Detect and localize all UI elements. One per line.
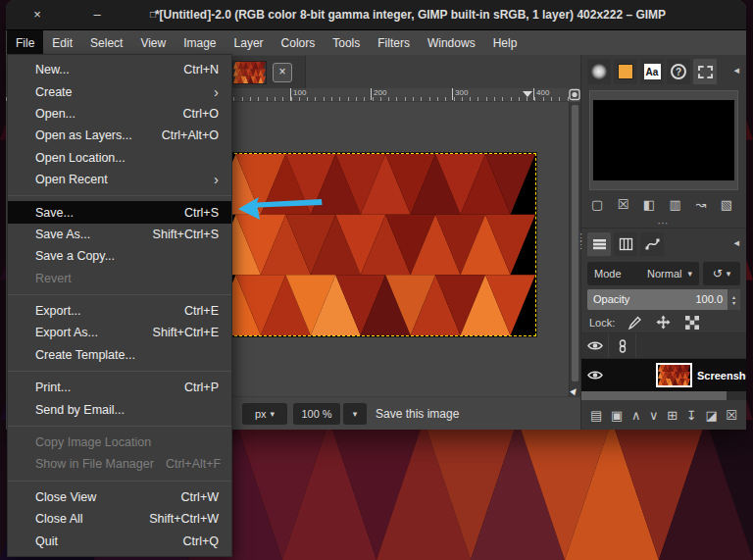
new-layer-button[interactable]: ▤ xyxy=(590,408,602,423)
menu-item-open-recent[interactable]: Open Recent› xyxy=(8,169,231,190)
menu-item-label: Show in File Manager xyxy=(35,457,154,471)
menubar-item-edit[interactable]: Edit xyxy=(43,30,81,55)
menu-item-shortcut: Ctrl+Alt+F xyxy=(166,457,221,471)
statusbar-message: Save this image xyxy=(376,407,459,421)
stroke-selection-button[interactable]: ▧ xyxy=(721,197,732,212)
panel-menu-icon[interactable]: ◂ xyxy=(733,64,739,76)
menubar-item-filters[interactable]: Filters xyxy=(369,30,419,55)
menu-item-label: Quit xyxy=(35,535,172,548)
layer-row[interactable]: Screensho xyxy=(581,359,746,391)
menubar: FileEditSelectViewImageLayerColorsToolsF… xyxy=(6,30,746,56)
dialog-tab-brushes[interactable] xyxy=(587,59,611,84)
select-none-button[interactable]: ☒ xyxy=(618,197,629,212)
mode-value: Normal xyxy=(647,268,681,280)
paths-icon xyxy=(645,237,660,251)
path-from-selection-button[interactable]: ↝ xyxy=(695,197,706,212)
opacity-slider[interactable]: Opacity 100.0 ▴▾ xyxy=(587,289,740,310)
invert-selection-button[interactable]: ◧ xyxy=(643,197,655,212)
dialog-tab-selection[interactable] xyxy=(693,59,717,84)
menu-item-send-by-email[interactable]: Send by Email... xyxy=(8,398,231,420)
menubar-item-windows[interactable]: Windows xyxy=(419,30,484,55)
menu-item-new[interactable]: New...Ctrl+N xyxy=(8,59,231,80)
menu-item-open[interactable]: Open...Ctrl+O xyxy=(8,103,231,125)
mode-dropdown[interactable]: Mode Normal ▾ xyxy=(587,262,699,285)
duplicate-layer-button[interactable]: ⊞ xyxy=(667,408,678,423)
layer-visibility-eye-icon[interactable] xyxy=(581,369,608,382)
canvas-image[interactable] xyxy=(210,153,536,336)
dialog-tab-fonts[interactable]: Aa xyxy=(640,59,664,84)
mode-options-button[interactable]: ↺ ▾ xyxy=(703,262,740,285)
menubar-item-help[interactable]: Help xyxy=(484,30,527,55)
unit-value: px xyxy=(255,408,267,420)
menu-item-create-template[interactable]: Create Template... xyxy=(8,344,231,366)
tab-close-icon[interactable]: × xyxy=(273,63,292,82)
menu-item-quit[interactable]: QuitCtrl+Q xyxy=(8,530,231,551)
panel-resize-handle[interactable]: ⋯ xyxy=(581,219,746,228)
menu-item-copy-image-location: Copy Image Location xyxy=(8,432,231,453)
layer-list-header xyxy=(581,333,746,359)
menubar-item-layer[interactable]: Layer xyxy=(226,30,273,55)
lower-layer-button[interactable]: ∨ xyxy=(649,408,659,423)
menu-item-close-all[interactable]: Close AllShift+Ctrl+W xyxy=(8,508,231,530)
visibility-column-toggle[interactable] xyxy=(581,333,609,358)
opacity-spinner[interactable]: ▴▾ xyxy=(728,289,740,310)
menu-item-label: New... xyxy=(35,63,172,76)
menubar-item-select[interactable]: Select xyxy=(81,30,131,55)
delete-layer-button[interactable]: ☒ xyxy=(726,408,737,423)
menubar-item-view[interactable]: View xyxy=(131,30,175,55)
zoom-value[interactable]: 100 % xyxy=(293,403,340,425)
dialog-tab-layers[interactable] xyxy=(587,232,611,256)
paintbrush-lock-button[interactable] xyxy=(628,316,641,330)
panel-menu-icon[interactable]: ◂ xyxy=(733,236,739,249)
menu-item-save-as[interactable]: Save As...Shift+Ctrl+S xyxy=(8,224,231,245)
menu-item-label: Copy Image Location xyxy=(35,435,219,449)
window-minimize-button[interactable]: – xyxy=(87,5,107,25)
move-lock-button[interactable] xyxy=(656,315,671,330)
raise-layer-icon: ∧ xyxy=(631,408,641,423)
horizontal-scrollbar-thumb[interactable] xyxy=(581,391,727,400)
alpha-lock-button[interactable] xyxy=(685,316,699,330)
menu-item-export[interactable]: Export...Ctrl+E xyxy=(8,300,231,322)
dialog-tab-pointer[interactable]: ? xyxy=(667,59,690,84)
raise-layer-button[interactable]: ∧ xyxy=(631,408,641,423)
reset-icon: ↺ xyxy=(713,267,723,280)
menu-item-save-a-copy[interactable]: Save a Copy... xyxy=(8,245,231,267)
paintbrush-icon xyxy=(628,316,641,330)
menubar-item-image[interactable]: Image xyxy=(175,30,225,55)
unit-select[interactable]: px ▾ xyxy=(242,403,287,425)
menu-item-open-as-layers[interactable]: Open as Layers...Ctrl+Alt+O xyxy=(8,125,231,146)
zoom-select[interactable]: ▾ xyxy=(343,403,367,425)
lower-layer-icon: ∨ xyxy=(649,408,659,423)
selection-preview[interactable] xyxy=(593,100,734,180)
menu-item-create[interactable]: Create› xyxy=(8,80,231,102)
image-tab[interactable]: × xyxy=(229,56,306,88)
menubar-item-file[interactable]: File xyxy=(7,30,43,55)
link-column-toggle[interactable] xyxy=(609,333,636,358)
menu-item-save[interactable]: Save...Ctrl+S xyxy=(8,201,231,223)
menu-item-close-view[interactable]: Close ViewCtrl+W xyxy=(8,486,231,508)
duplicate-layer-icon: ⊞ xyxy=(667,408,678,423)
zoom-follow-icon[interactable] xyxy=(569,88,580,101)
dialog-tab-patterns[interactable] xyxy=(614,59,637,84)
menubar-item-tools[interactable]: Tools xyxy=(324,30,369,55)
select-all-icon: ▢ xyxy=(591,197,603,212)
menu-item-print[interactable]: Print...Ctrl+P xyxy=(8,377,231,398)
menu-item-shortcut: Ctrl+N xyxy=(183,63,219,76)
submenu-arrow-icon: › xyxy=(214,85,219,99)
dock-drag-handle[interactable]: ⋮⋮ xyxy=(576,234,581,248)
dialog-tab-paths[interactable] xyxy=(640,232,664,256)
layer-name[interactable]: Screensho xyxy=(697,370,746,382)
new-group-button[interactable]: ▣ xyxy=(611,408,623,423)
select-all-button[interactable]: ▢ xyxy=(591,197,603,212)
save-to-channel-button[interactable]: ▥ xyxy=(670,197,681,212)
merge-layer-button[interactable]: ↧ xyxy=(686,408,697,423)
menu-item-export-as[interactable]: Export As...Shift+Ctrl+E xyxy=(8,322,231,343)
lock-label: Lock: xyxy=(589,317,615,329)
horizontal-scrollbar[interactable] xyxy=(581,391,746,400)
menubar-item-colors[interactable]: Colors xyxy=(273,30,325,55)
window-close-button[interactable]: × xyxy=(27,5,47,25)
menu-item-open-location[interactable]: Open Location... xyxy=(8,147,231,169)
merge-layer-icon: ↧ xyxy=(686,408,697,423)
dialog-tab-channels[interactable] xyxy=(614,232,637,256)
mask-layer-button[interactable]: ◪ xyxy=(705,408,717,423)
